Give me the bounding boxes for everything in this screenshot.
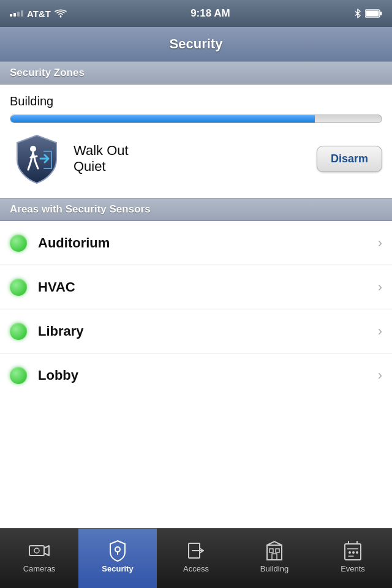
access-icon	[185, 540, 207, 562]
page-title: Security	[170, 36, 223, 52]
tab-events[interactable]: Events	[314, 529, 392, 588]
bluetooth-icon	[354, 8, 361, 19]
chevron-right-icon: ›	[378, 279, 382, 295]
status-right	[354, 8, 382, 19]
sensors-section-header: Areas with Security Sensors	[0, 198, 392, 221]
svg-rect-3	[366, 11, 379, 17]
svg-point-16	[352, 551, 355, 554]
tab-security[interactable]: Security	[78, 529, 157, 588]
chevron-right-icon: ›	[378, 368, 382, 383]
status-time: 9:18 AM	[190, 7, 230, 20]
tab-access[interactable]: Access	[157, 529, 235, 588]
building-label: Building	[10, 94, 382, 108]
svg-marker-6	[44, 546, 49, 556]
status-dot-library	[10, 323, 27, 340]
signal-strength-icon	[10, 10, 23, 17]
tab-building[interactable]: Building	[235, 529, 314, 588]
tab-access-label: Access	[183, 564, 209, 573]
security-zones-label: Security Zones	[10, 67, 85, 78]
disarm-button[interactable]: Disarm	[317, 146, 382, 172]
tab-cameras-label: Cameras	[23, 564, 56, 573]
list-item[interactable]: Library ›	[0, 309, 392, 353]
svg-rect-12	[276, 549, 279, 552]
building-icon	[263, 540, 285, 562]
arm-status-line2: Quiet	[74, 159, 307, 175]
svg-rect-13	[272, 554, 277, 560]
status-dot-lobby	[10, 367, 27, 384]
title-bar: Security	[0, 27, 392, 61]
security-tab-icon	[107, 540, 129, 562]
sensors-section-label: Areas with Security Sensors	[10, 203, 151, 215]
status-bar: AT&T 9:18 AM	[0, 0, 392, 27]
tab-events-label: Events	[341, 564, 365, 573]
battery-icon	[365, 9, 382, 18]
area-label-lobby: Lobby	[38, 368, 378, 383]
wifi-icon	[55, 9, 67, 18]
arm-status-line1: Walk Out	[74, 143, 307, 159]
arm-progress-bar	[10, 115, 382, 123]
svg-point-0	[59, 16, 61, 18]
tab-building-label: Building	[260, 564, 288, 573]
svg-rect-11	[270, 549, 273, 552]
building-card: Building	[0, 85, 392, 198]
svg-point-7	[34, 548, 39, 553]
area-label-library: Library	[38, 323, 378, 339]
svg-point-17	[356, 551, 358, 554]
arm-progress-fill	[10, 115, 315, 123]
carrier-label: AT&T	[27, 9, 51, 19]
building-status-row: Walk Out Quiet Disarm	[10, 132, 382, 186]
list-item[interactable]: Auditorium ›	[0, 221, 392, 265]
svg-point-15	[349, 551, 351, 554]
events-icon	[342, 540, 364, 562]
list-item[interactable]: HVAC ›	[0, 265, 392, 309]
shield-icon	[10, 132, 64, 186]
status-dot-hvac	[10, 279, 27, 296]
area-label-hvac: HVAC	[38, 279, 378, 295]
svg-point-8	[115, 547, 120, 552]
area-label-auditorium: Auditorium	[38, 235, 378, 251]
svg-rect-5	[29, 546, 44, 556]
tab-security-label: Security	[102, 564, 133, 573]
security-zones-header: Security Zones	[0, 61, 392, 85]
status-dot-auditorium	[10, 235, 27, 252]
svg-point-4	[30, 146, 36, 152]
status-left: AT&T	[10, 9, 67, 19]
chevron-right-icon: ›	[378, 235, 382, 251]
tab-bar: Cameras Security Access	[0, 528, 392, 588]
arm-status-text: Walk Out Quiet	[74, 143, 307, 175]
tab-cameras[interactable]: Cameras	[0, 529, 78, 588]
svg-rect-2	[380, 12, 382, 15]
cameras-icon	[28, 540, 50, 562]
sensor-areas-list: Auditorium › HVAC › Library › Lobby ›	[0, 221, 392, 398]
chevron-right-icon: ›	[378, 323, 382, 339]
list-item[interactable]: Lobby ›	[0, 353, 392, 398]
